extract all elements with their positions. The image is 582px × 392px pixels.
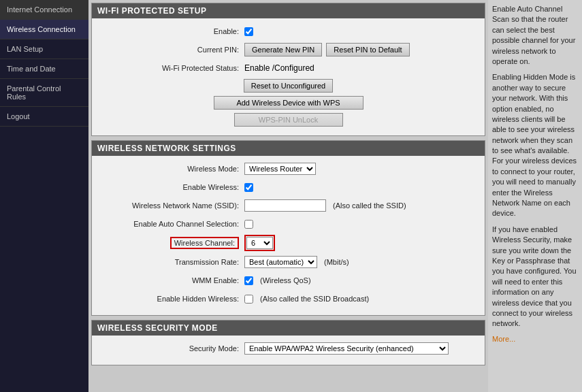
wps-section-header: WI-FI PROTECTED SETUP [92,3,485,18]
enable-wireless-control [244,183,253,192]
sidebar-item-lan-setup[interactable]: LAN Setup [0,39,88,59]
reset-pin-button[interactable]: Reset PIN to Default [326,43,409,56]
tx-rate-row: Transmission Rate: Best (automatic) (Mbi… [95,255,482,270]
wps-unlock-row: WPS-PIN UnLock [95,113,482,127]
security-mode-label: Security Mode: [95,344,244,353]
hidden-wireless-control: (Also called the SSID Broadcast) [244,295,369,304]
reset-unconfigured-button[interactable]: Reset to Unconfigured [244,79,333,93]
hidden-wireless-row: Enable Hidden Wireless: (Also called the… [95,291,482,306]
security-section-body: Security Mode: Enable WPA/WPA2 Wireless … [92,336,485,365]
channel-select-wrapper: 1 2 3 4 5 6 7 8 9 10 11 [244,235,275,251]
wireless-mode-row: Wireless Mode: Wireless Router Access Po… [95,161,482,176]
security-section-header: WIRELESS SECURITY MODE [92,321,485,336]
wps-pin-label: Current PIN: [95,46,244,54]
tx-rate-control: Best (automatic) (Mbit/s) [244,256,349,268]
security-section: WIRELESS SECURITY MODE Security Mode: En… [91,320,485,365]
wmm-label: WMM Enable: [95,276,244,284]
sidebar-item-time-and-date[interactable]: Time and Date [0,59,88,79]
tx-rate-label: Transmission Rate: [95,258,244,266]
wps-pin-buttons: Generate New PIN Reset PIN to Default [244,43,410,56]
wps-pin-row: Current PIN: Generate New PIN Reset PIN … [95,42,482,57]
wps-enable-control [244,27,253,36]
security-mode-select[interactable]: Enable WPA/WPA2 Wireless Security (enhan… [244,342,449,355]
wmm-row: WMM Enable: (Wireless QoS) [95,273,482,288]
wps-enable-row: Enable: [95,24,482,39]
wmm-helper: (Wireless QoS) [260,276,311,284]
enable-wireless-label: Enable Wireless: [95,183,244,191]
channel-label: Wireless Channel: [95,239,244,247]
wps-pin-unlock-button[interactable]: WPS-PIN UnLock [234,113,343,127]
wireless-network-section: WIRELESS NETWORK SETTINGS Wireless Mode:… [91,140,485,316]
channel-control: 1 2 3 4 5 6 7 8 9 10 11 [244,235,275,251]
add-wireless-device-button[interactable]: Add Wireless Device with WPS [214,96,363,110]
wps-enable-checkbox[interactable] [244,27,253,36]
hidden-wireless-checkbox[interactable] [244,295,253,304]
ssid-control: (Also called the SSID) [244,199,406,212]
more-link[interactable]: More... [492,335,515,343]
wps-section-body: Enable: Current PIN: Generate New PIN Re… [92,18,485,135]
main-content: WI-FI PROTECTED SETUP Enable: Current PI… [88,0,488,392]
ssid-input[interactable] [244,199,326,212]
tx-rate-select[interactable]: Best (automatic) [244,256,317,268]
right-panel-para-1: Enable Auto Channel Scan so that the rou… [492,4,578,67]
hidden-wireless-label: Enable Hidden Wireless: [95,295,244,303]
wps-enable-label: Enable: [95,27,244,35]
sidebar-item-internet-connection[interactable]: Internet Connection [0,0,88,20]
hidden-wireless-helper: (Also called the SSID Broadcast) [260,295,369,303]
auto-channel-control [244,220,253,229]
sidebar-item-logout[interactable]: Logout [0,107,88,127]
ssid-helper: (Also called the SSID) [333,201,406,210]
wps-add-wireless-row: Add Wireless Device with WPS [95,96,482,110]
tx-rate-unit: (Mbit/s) [324,258,349,266]
wireless-mode-control: Wireless Router Access Point Repeater [244,163,316,175]
wps-status-row: Wi-Fi Protected Status: Enable /Configur… [95,61,482,76]
ssid-label: Wireless Network Name (SSID): [95,201,244,210]
right-panel-para-3: If you have enabled Wireless Security, m… [492,225,578,329]
sidebar-item-wireless-connection[interactable]: Wireless Connection [0,20,88,39]
auto-channel-label: Enable Auto Channel Selection: [95,220,244,228]
right-panel: Enable Auto Channel Scan so that the rou… [488,0,582,392]
wps-status-value: Enable /Configured [244,63,314,73]
wmm-control: (Wireless QoS) [244,276,311,285]
ssid-row: Wireless Network Name (SSID): (Also call… [95,198,482,213]
wireless-mode-select[interactable]: Wireless Router Access Point Repeater [244,163,316,175]
wps-section: WI-FI PROTECTED SETUP Enable: Current PI… [91,3,485,136]
enable-wireless-row: Enable Wireless: [95,180,482,195]
wmm-checkbox[interactable] [244,276,253,285]
wireless-network-body: Wireless Mode: Wireless Router Access Po… [92,156,485,315]
security-mode-control: Enable WPA/WPA2 Wireless Security (enhan… [244,342,449,355]
wps-reset-row: Reset to Unconfigured [95,79,482,93]
wps-status-label: Wi-Fi Protected Status: [95,64,244,72]
channel-select[interactable]: 1 2 3 4 5 6 7 8 9 10 11 [246,237,273,249]
wireless-mode-label: Wireless Mode: [95,165,244,173]
enable-wireless-checkbox[interactable] [244,183,253,192]
auto-channel-checkbox[interactable] [244,220,253,229]
right-panel-para-2: Enabling Hidden Mode is another way to s… [492,72,578,218]
channel-row: Wireless Channel: 1 2 3 4 5 6 7 8 [95,235,482,251]
auto-channel-row: Enable Auto Channel Selection: [95,216,482,231]
sidebar-item-parental-control-rules[interactable]: Parental Control Rules [0,79,88,107]
generate-pin-button[interactable]: Generate New PIN [244,43,322,56]
wireless-network-header: WIRELESS NETWORK SETTINGS [92,141,485,156]
security-mode-row: Security Mode: Enable WPA/WPA2 Wireless … [95,341,482,356]
sidebar: Internet Connection Wireless Connection … [0,0,88,392]
